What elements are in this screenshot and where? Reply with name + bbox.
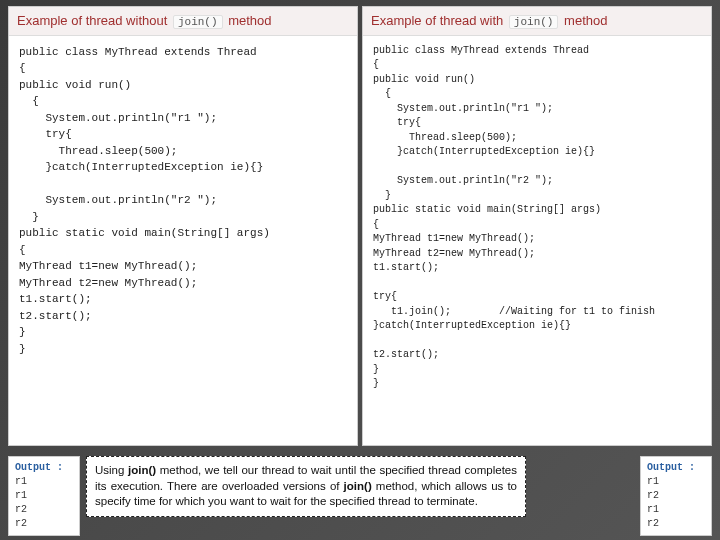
left-code: public class MyThread extends Thread { p… bbox=[9, 36, 357, 366]
left-header-suffix: method bbox=[228, 13, 271, 28]
explanation-text: Using join() method, we tell our thread … bbox=[95, 464, 517, 507]
right-output-label: Output : bbox=[647, 462, 695, 473]
left-output-text: r1 r1 r2 r2 bbox=[15, 476, 27, 529]
right-header-chip: join() bbox=[509, 15, 559, 29]
left-output-label: Output : bbox=[15, 462, 63, 473]
right-output-text: r1 r2 r1 r2 bbox=[647, 476, 659, 529]
right-header: Example of thread with join() method bbox=[363, 7, 711, 36]
left-output: Output : r1 r1 r2 r2 bbox=[8, 456, 80, 536]
left-header-chip: join() bbox=[173, 15, 223, 29]
right-code: public class MyThread extends Thread { p… bbox=[363, 36, 711, 400]
left-header: Example of thread without join() method bbox=[9, 7, 357, 36]
panels-row: Example of thread without join() method … bbox=[0, 0, 720, 446]
explanation-box: Using join() method, we tell our thread … bbox=[86, 456, 526, 517]
left-panel: Example of thread without join() method … bbox=[8, 6, 358, 446]
left-header-prefix: Example of thread without bbox=[17, 13, 167, 28]
right-output: Output : r1 r2 r1 r2 bbox=[640, 456, 712, 536]
right-header-prefix: Example of thread with bbox=[371, 13, 503, 28]
right-panel: Example of thread with join() method pub… bbox=[362, 6, 712, 446]
right-header-suffix: method bbox=[564, 13, 607, 28]
bottom-row: Output : r1 r1 r2 r2 Using join() method… bbox=[8, 456, 712, 536]
